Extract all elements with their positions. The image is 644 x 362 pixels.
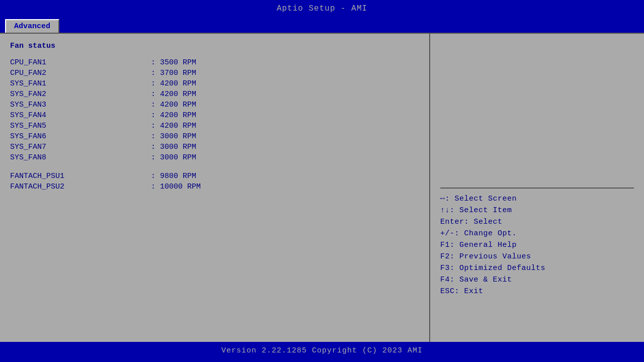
footer: Version 2.22.1285 Copyright (C) 2023 AMI xyxy=(0,342,644,359)
fan-value: : 3700 RPM xyxy=(151,69,196,77)
help-row: ↔: Select Screen xyxy=(440,195,634,203)
help-list: ↔: Select Screen↑↓: Select ItemEnter: Se… xyxy=(440,195,634,296)
fan-value: : 3000 RPM xyxy=(151,143,196,151)
help-row: F1: General Help xyxy=(440,241,634,249)
psu-fan-row: FANTACH_PSU2: 10000 RPM xyxy=(10,183,419,191)
fan-value: : 4200 RPM xyxy=(151,90,196,99)
fan-row: SYS_FAN1: 4200 RPM xyxy=(10,79,419,88)
fan-value: : 4200 RPM xyxy=(151,122,196,130)
fan-row: SYS_FAN7: 3000 RPM xyxy=(10,143,419,151)
right-divider xyxy=(440,188,634,189)
help-row: ESC: Exit xyxy=(440,287,634,296)
fan-value: : 3500 RPM xyxy=(151,58,196,67)
fan-label: SYS_FAN5 xyxy=(10,122,151,130)
left-panel: Fan status CPU_FAN1: 3500 RPMCPU_FAN2: 3… xyxy=(0,34,430,342)
fan-row: SYS_FAN4: 4200 RPM xyxy=(10,111,419,120)
help-row: +/-: Change Opt. xyxy=(440,229,634,238)
psu-fan-value: : 9800 RPM xyxy=(151,172,196,180)
tab-bar: Advanced xyxy=(0,17,644,33)
help-row: F2: Previous Values xyxy=(440,252,634,261)
footer-text: Version 2.22.1285 Copyright (C) 2023 AMI xyxy=(221,346,423,355)
fan-label: SYS_FAN7 xyxy=(10,143,151,151)
fan-value: : 3000 RPM xyxy=(151,153,196,162)
help-row: F4: Save & Exit xyxy=(440,276,634,284)
fan-list: CPU_FAN1: 3500 RPMCPU_FAN2: 3700 RPMSYS_… xyxy=(10,58,419,162)
psu-fan-value: : 10000 RPM xyxy=(151,183,201,191)
title-bar: Aptio Setup - AMI xyxy=(0,0,644,17)
fan-label: SYS_FAN3 xyxy=(10,101,151,109)
fan-label: CPU_FAN1 xyxy=(10,58,151,67)
title-text: Aptio Setup - AMI xyxy=(277,4,367,13)
fan-label: CPU_FAN2 xyxy=(10,69,151,77)
fan-value: : 4200 RPM xyxy=(151,101,196,109)
fan-row: SYS_FAN8: 3000 RPM xyxy=(10,153,419,162)
fan-row: CPU_FAN1: 3500 RPM xyxy=(10,58,419,67)
psu-fan-list: FANTACH_PSU1: 9800 RPMFANTACH_PSU2: 1000… xyxy=(10,172,419,191)
main-content: Fan status CPU_FAN1: 3500 RPMCPU_FAN2: 3… xyxy=(0,33,644,342)
fan-row: SYS_FAN6: 3000 RPM xyxy=(10,132,419,141)
fan-value: : 4200 RPM xyxy=(151,79,196,88)
help-row: F3: Optimized Defaults xyxy=(440,264,634,273)
fan-label: SYS_FAN6 xyxy=(10,132,151,141)
psu-fan-label: FANTACH_PSU2 xyxy=(10,183,151,191)
fan-label: SYS_FAN2 xyxy=(10,90,151,99)
help-row: ↑↓: Select Item xyxy=(440,206,634,215)
fan-value: : 4200 RPM xyxy=(151,111,196,120)
help-row: Enter: Select xyxy=(440,218,634,226)
fan-row: CPU_FAN2: 3700 RPM xyxy=(10,69,419,77)
fan-row: SYS_FAN2: 4200 RPM xyxy=(10,90,419,99)
fan-label: SYS_FAN4 xyxy=(10,111,151,120)
right-panel: ↔: Select Screen↑↓: Select ItemEnter: Se… xyxy=(430,34,644,342)
fan-value: : 3000 RPM xyxy=(151,132,196,141)
section-title: Fan status xyxy=(10,42,419,50)
tab-advanced[interactable]: Advanced xyxy=(5,19,59,33)
psu-fan-row: FANTACH_PSU1: 9800 RPM xyxy=(10,172,419,180)
fan-row: SYS_FAN5: 4200 RPM xyxy=(10,122,419,130)
fan-row: SYS_FAN3: 4200 RPM xyxy=(10,101,419,109)
psu-fan-label: FANTACH_PSU1 xyxy=(10,172,151,180)
fan-label: SYS_FAN8 xyxy=(10,153,151,162)
help-section: ↔: Select Screen↑↓: Select ItemEnter: Se… xyxy=(440,188,634,296)
fan-label: SYS_FAN1 xyxy=(10,79,151,88)
